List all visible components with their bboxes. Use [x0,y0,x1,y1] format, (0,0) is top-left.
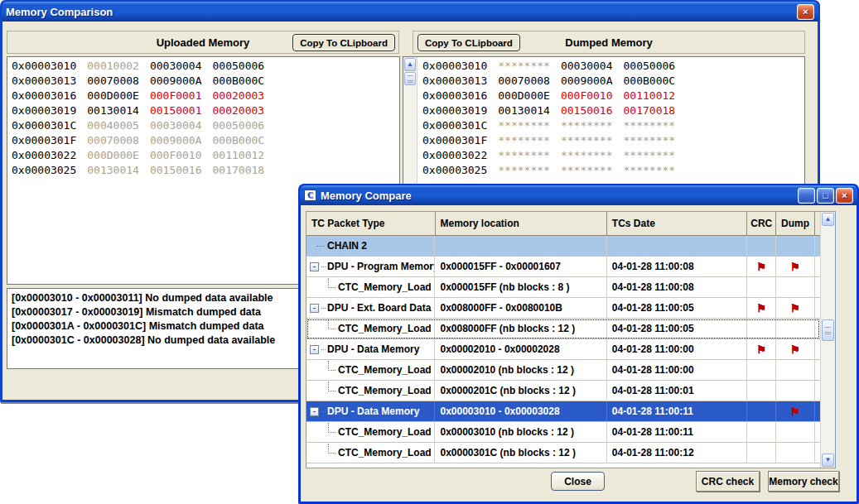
column-header-memory-location[interactable]: Memory location [436,212,607,235]
tcs-date-cell: 04-01-28 11:00:05 [607,319,747,338]
dump-cell [776,443,815,463]
row-label: DPU - Data Memory [327,406,419,417]
tcs-date-cell: 04-01-28 11:00:11 [607,422,747,442]
memory-value: ******** [498,164,550,176]
memory-row: 0x00003019001300140015001600170018 [422,103,803,118]
table-row[interactable]: CTC_Memory_Load0x00002010 (nb blocks : 1… [306,360,820,381]
tree-connector [321,308,326,309]
collapse-toggle-icon[interactable]: - [310,345,319,354]
scroll-up-icon[interactable]: ▲ [822,213,834,226]
table-row[interactable]: -DPU - Data Memory0x00003010 - 0x0000302… [306,401,820,422]
table-row[interactable]: CTC_Memory_Load0x0000201C (nb blocks : 1… [306,381,820,401]
memory-row: 0x00003013000700080009000A000B000C [12,74,398,89]
crc-cell: ⚑ [747,257,776,276]
memory-value: 00150016 [150,164,202,176]
crc-cell [747,236,776,256]
memory-value: 000B000C [213,74,265,87]
memory-address: 0x0000301C [422,119,487,132]
memory-location-cell [435,236,606,256]
memory-location-cell: 0x000015FF (nb blocks : 8 ) [435,277,606,297]
scrollbar-thumb[interactable] [822,319,834,341]
table-row[interactable]: CTC_Memory_Load0x008000FF (nb blocks : 1… [306,319,820,339]
tcs-date-cell: 04-01-28 11:00:01 [607,381,747,401]
crc-check-button[interactable]: CRC check [696,471,760,492]
row-label: CTC_Memory_Load [338,447,432,458]
memory-value: 00170018 [624,104,676,117]
memory-value: 00110012 [213,149,265,161]
memory-row: 0x00003013000700080009000A000B000C [422,74,803,89]
table-row[interactable]: CHAIN 2 [306,236,820,257]
crc-cell: ⚑ [747,298,776,318]
scrollbar-thumb[interactable] [404,72,416,85]
memory-location-cell: 0x0000301C (nb blocks : 12 ) [435,443,606,463]
dump-cell: ⚑ [776,401,815,421]
table-row[interactable]: -DPU - Program Memory0x000015FF - 0x0000… [306,257,820,277]
memory-value: 00170018 [213,164,265,176]
tree-connector [328,361,335,371]
crc-flag-icon: ⚑ [756,343,766,356]
copy-to-clipboard-button-dumped[interactable]: Copy To CLipboard [417,34,520,51]
close-button[interactable]: × [836,188,853,204]
memory-value: 000F0010 [561,89,613,102]
tree-connector [328,278,335,288]
close-dialog-button[interactable]: Close [551,472,605,491]
dump-cell: ⚑ [776,339,815,359]
table-row[interactable]: CTC_Memory_Load0x000015FF (nb blocks : 8… [306,277,820,298]
memory-address: 0x00003013 [12,74,76,87]
tree-connector [328,382,335,391]
close-button[interactable]: × [797,4,814,20]
memory-value: 00030004 [561,60,613,72]
table-scrollbar[interactable]: ▲ ▼ [820,212,835,468]
copy-to-clipboard-button-uploaded[interactable]: Copy To CLipboard [292,34,395,51]
memory-location-cell: 0x008000FF - 0x0080010B [435,298,606,318]
memory-value: 00050006 [213,60,265,72]
memory-check-button[interactable]: Memory check [768,471,839,492]
row-label: DPU - Ext. Board Data M... [327,302,435,314]
memory-row: 0x0000301F************************ [422,133,803,148]
memory-address: 0x0000301F [422,134,487,146]
tree-connector [328,444,335,454]
table-row[interactable]: -DPU - Data Memory0x00002010 - 0x0000202… [306,339,820,360]
memory-address: 0x00003016 [12,89,76,102]
scroll-down-icon[interactable]: ▼ [822,454,834,467]
memory-comparison-titlebar[interactable]: Memory Comparison × [2,2,818,22]
minimize-button[interactable]: _ [798,188,815,204]
scroll-up-icon[interactable]: ▲ [404,58,416,71]
memory-value: 000D000E [87,89,139,102]
memory-row: 0x00003022************************ [422,148,803,163]
dump-cell: ⚑ [776,257,815,276]
crc-cell [747,443,776,463]
table-row[interactable]: -DPU - Ext. Board Data M...0x008000FF - … [306,298,820,319]
tc-packet-type-cell: CTC_Memory_Load [306,360,435,380]
memory-row: 0x00003019001300140015000100020003 [12,103,398,118]
crc-cell: ⚑ [747,339,776,359]
memory-value: ******** [561,164,613,176]
collapse-toggle-icon[interactable]: - [310,304,319,313]
table-row[interactable]: CTC_Memory_Load0x0000301C (nb blocks : 1… [306,443,820,463]
memory-compare-window: C Memory Compare _ □ × TC Packet Type Me… [298,184,859,504]
memory-value: 0009000A [150,134,202,146]
column-header-tcs-date[interactable]: TCs Date [607,212,747,235]
memory-value: 00110012 [624,89,676,102]
memory-value: ******** [498,134,550,146]
tree-connector [328,423,335,433]
crc-cell [747,277,776,297]
column-header-dump[interactable]: Dump [776,212,815,235]
memory-value: 00070008 [87,74,139,87]
tcs-date-cell: 04-01-28 11:00:00 [607,339,747,359]
memory-row: 0x00003016000D000E000F001000110012 [422,89,803,103]
maximize-button[interactable]: □ [817,188,834,204]
collapse-toggle-icon[interactable]: - [310,407,319,416]
memory-value: 00010002 [87,60,139,72]
crc-cell [747,381,776,401]
memory-address: 0x00003022 [12,149,76,161]
memory-compare-titlebar[interactable]: C Memory Compare _ □ × [300,185,857,205]
memory-address: 0x00003019 [12,104,76,117]
memory-value: 00070008 [87,134,139,146]
column-header-tc-packet-type[interactable]: TC Packet Type [306,212,436,235]
collapse-toggle-icon[interactable]: - [310,262,319,271]
tc-packet-type-cell: -DPU - Ext. Board Data M... [306,298,435,318]
table-row[interactable]: CTC_Memory_Load0x00003010 (nb blocks : 1… [306,422,820,443]
memory-value: 000F0010 [150,149,202,161]
column-header-crc[interactable]: CRC [747,212,776,235]
